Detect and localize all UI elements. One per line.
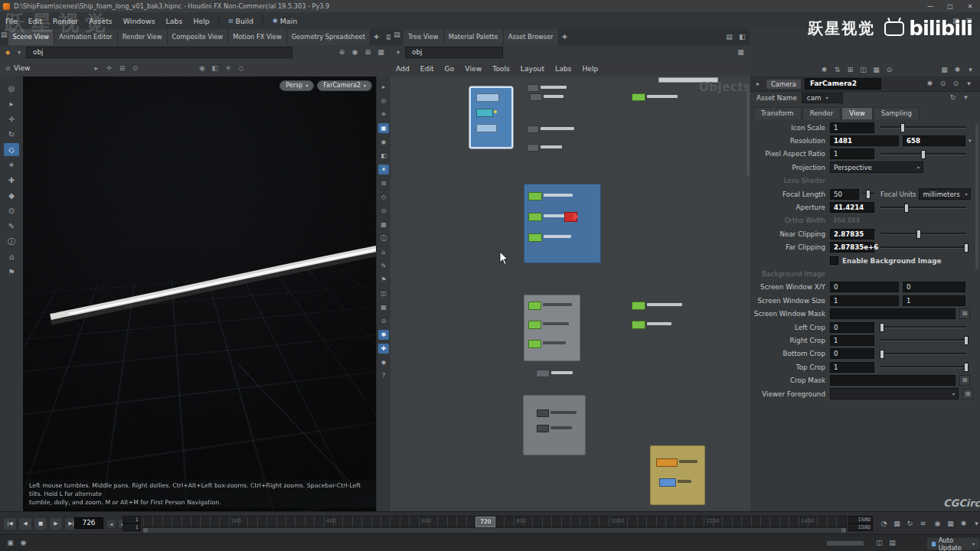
menu-edit[interactable]: Edit bbox=[23, 17, 47, 25]
caret-icon[interactable]: ▾ bbox=[960, 92, 972, 103]
bottom-crop-slider[interactable] bbox=[880, 353, 966, 355]
screen-window-mask-chooser-icon[interactable]: ⊞ bbox=[959, 308, 970, 319]
network-canvas[interactable]: Objects bbox=[390, 77, 750, 511]
focal-length-slider[interactable] bbox=[862, 193, 874, 195]
home-icon[interactable]: ⌂ bbox=[378, 247, 389, 257]
pixel-aspect-ratio-slider-handle[interactable] bbox=[921, 150, 926, 159]
menu-file[interactable]: File bbox=[0, 17, 23, 25]
resolution-menu-icon[interactable]: ▾ bbox=[969, 138, 972, 144]
screen-window-size-field-1[interactable]: 1 bbox=[830, 295, 899, 306]
stop-button[interactable]: ■ bbox=[34, 517, 47, 530]
parameter-scrollbar[interactable] bbox=[975, 124, 978, 269]
grid-icon[interactable]: ⊞ bbox=[378, 178, 389, 188]
screen-window-mask-field[interactable] bbox=[830, 308, 956, 319]
jump-start-button[interactable]: |◀ bbox=[3, 517, 17, 530]
close-icon[interactable]: ✕ bbox=[960, 3, 980, 10]
pane-menu-icon[interactable]: ▤ bbox=[1, 29, 8, 41]
record-icon[interactable]: ◉ bbox=[18, 537, 29, 549]
pixel-aspect-ratio-slider[interactable] bbox=[880, 153, 966, 155]
node-tile[interactable] bbox=[537, 409, 549, 417]
path-dropdown-icon[interactable]: ▾ bbox=[394, 49, 403, 56]
3d-viewport[interactable]: Persp▾ FarCamera2▾ Left mouse tumbles. M… bbox=[23, 77, 377, 511]
resolution-field-2[interactable]: 658 bbox=[903, 135, 965, 146]
gear-icon[interactable]: ✱ bbox=[958, 518, 969, 530]
far-clipping-slider-handle[interactable] bbox=[964, 243, 969, 253]
node-tile[interactable] bbox=[656, 458, 678, 467]
shade-icon[interactable]: ◧ bbox=[209, 63, 220, 74]
arrows-icon[interactable]: ⇅ bbox=[831, 64, 843, 76]
node-tile[interactable] bbox=[476, 93, 499, 102]
search-icon[interactable]: ⊙ bbox=[884, 64, 895, 76]
node-tile[interactable] bbox=[632, 93, 645, 101]
move-icon[interactable]: ✛ bbox=[4, 112, 19, 126]
columns-icon[interactable]: ◫ bbox=[378, 289, 389, 298]
home-icon[interactable]: ⌂ bbox=[4, 250, 19, 263]
right-crop-field[interactable]: 1 bbox=[830, 335, 874, 346]
handles-icon[interactable]: ✚ bbox=[378, 344, 389, 354]
main-take-button[interactable]: ✱Main bbox=[266, 17, 303, 25]
near-clipping-field[interactable]: 2.87835 bbox=[830, 229, 874, 240]
enable-background-image-checkbox[interactable] bbox=[830, 256, 838, 265]
desktop-build-button[interactable]: ⊞Build bbox=[222, 17, 260, 25]
global-range-end-field[interactable]: 1580 bbox=[848, 516, 873, 523]
resolution-field-1[interactable]: 1481 bbox=[830, 135, 899, 146]
menu-go[interactable]: Go bbox=[439, 64, 460, 73]
playback-range-bar[interactable] bbox=[142, 527, 847, 533]
network-box-yellow[interactable] bbox=[650, 445, 705, 505]
panel-icon[interactable]: ▦ bbox=[945, 518, 956, 530]
node-tile[interactable] bbox=[476, 124, 497, 132]
move-icon[interactable]: ✛ bbox=[103, 63, 115, 74]
projection-dropdown[interactable]: Perspective▾ bbox=[830, 161, 923, 173]
slate-icon[interactable]: ▣ bbox=[5, 537, 16, 549]
info-icon[interactable]: ⓘ bbox=[4, 235, 19, 248]
wire-icon[interactable]: ◇ bbox=[235, 63, 247, 74]
path-dropdown-icon[interactable]: ▾ bbox=[15, 49, 24, 56]
caret-icon[interactable]: ▾ bbox=[971, 518, 980, 530]
auto-update-dropdown[interactable]: Auto Update ▾ bbox=[926, 537, 980, 550]
gear-icon[interactable]: ✱ bbox=[952, 64, 963, 76]
view-icon[interactable]: ◎ bbox=[378, 96, 389, 106]
lock-icon[interactable]: ▣ bbox=[378, 123, 389, 133]
timeline-ruler[interactable]: 720 200400600800100012001400 bbox=[142, 516, 847, 527]
display-icon[interactable]: ▦ bbox=[939, 64, 950, 76]
tab-render-view[interactable]: Render View bbox=[118, 29, 168, 45]
playhead-marker[interactable]: 720 bbox=[475, 517, 495, 527]
gear-icon[interactable]: ✱ bbox=[924, 78, 936, 90]
network-box-gray-2[interactable] bbox=[523, 395, 586, 455]
gear-icon[interactable]: ✱ bbox=[378, 330, 389, 340]
node-tile[interactable] bbox=[528, 302, 541, 310]
pane-menu-icon[interactable]: ▤ bbox=[724, 31, 735, 43]
wire-icon[interactable]: ◇ bbox=[378, 192, 389, 202]
link-icon[interactable]: ⊕ bbox=[336, 47, 348, 58]
camera-icon[interactable]: ◉ bbox=[196, 63, 207, 74]
right-crop-slider[interactable] bbox=[880, 339, 966, 341]
play-button[interactable]: ▶ bbox=[49, 517, 63, 530]
node-tile[interactable] bbox=[527, 144, 539, 152]
node-tile[interactable] bbox=[537, 425, 549, 432]
pane-menu-icon[interactable]: ▤ bbox=[384, 31, 390, 43]
node-tile[interactable] bbox=[528, 192, 542, 201]
shade-icon[interactable]: ◧ bbox=[378, 151, 389, 161]
camera-icon[interactable]: ◉ bbox=[378, 137, 389, 147]
grid-icon[interactable]: ⊞ bbox=[844, 64, 856, 76]
current-frame-field[interactable]: 726 bbox=[74, 517, 103, 529]
display-icon[interactable]: ▦ bbox=[891, 518, 903, 530]
node-tile[interactable] bbox=[632, 302, 645, 310]
scale-icon[interactable]: ◇ bbox=[4, 143, 19, 156]
right-crop-slider-handle[interactable] bbox=[964, 336, 969, 345]
node-name-field[interactable]: FarCamera2 bbox=[805, 78, 881, 90]
node-tile[interactable] bbox=[536, 370, 550, 377]
snap-icon[interactable]: ⊙ bbox=[378, 206, 389, 216]
screen-window-size-field-2[interactable]: 1 bbox=[903, 295, 965, 306]
icon-scale-slider[interactable] bbox=[880, 126, 966, 129]
left-crop-slider[interactable] bbox=[880, 326, 966, 328]
crop-mask-field[interactable] bbox=[830, 375, 956, 386]
step-back-button[interactable]: ◂ bbox=[106, 519, 116, 529]
node-tile[interactable] bbox=[527, 126, 539, 133]
bottom-crop-slider-handle[interactable] bbox=[880, 350, 884, 359]
loop-icon[interactable]: ↻ bbox=[904, 518, 916, 530]
menu-add[interactable]: Add bbox=[390, 64, 415, 73]
minimize-icon[interactable]: — bbox=[920, 3, 940, 10]
network-scrollbar[interactable] bbox=[746, 84, 750, 176]
panel-icon[interactable]: ▦ bbox=[378, 220, 389, 230]
